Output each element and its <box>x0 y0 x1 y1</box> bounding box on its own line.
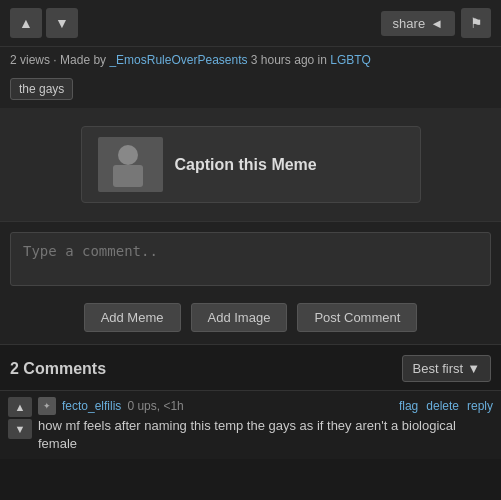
author-link[interactable]: _EmosRuleOverPeasents <box>109 53 247 67</box>
comment-stats: 0 ups, <1h <box>127 399 183 413</box>
comments-header: 2 Comments Best first ▼ <box>0 344 501 390</box>
comment-username[interactable]: fecto_elfilis <box>62 399 121 413</box>
views-count: 2 views <box>10 53 50 67</box>
flag-button-top[interactable]: ⚑ <box>461 8 491 38</box>
category-link[interactable]: LGBTQ <box>330 53 371 67</box>
post-comment-button[interactable]: Post Comment <box>297 303 417 332</box>
upvote-button[interactable]: ▲ <box>10 8 42 38</box>
meme-title: Caption this Meme <box>175 156 317 174</box>
comment-actions: flag delete reply <box>399 399 493 413</box>
tag-the-gays[interactable]: the gays <box>10 78 73 100</box>
add-meme-button[interactable]: Add Meme <box>84 303 181 332</box>
meme-preview-area: Caption this Meme <box>0 108 501 221</box>
comment-downvote-button[interactable]: ▼ <box>8 419 32 439</box>
top-bar: ▲ ▼ share ◄ ⚑ <box>0 0 501 46</box>
sort-button[interactable]: Best first ▼ <box>402 355 491 382</box>
comment-row: ▲ ▼ ✦ fecto_elfilis 0 ups, <1h flag dele… <box>0 390 501 459</box>
share-button[interactable]: share ◄ <box>381 11 455 36</box>
share-label: share <box>393 16 426 31</box>
sort-label: Best first <box>413 361 464 376</box>
comment-input-area <box>0 221 501 295</box>
comment-input[interactable] <box>10 232 491 286</box>
made-by-label: Made by <box>60 53 106 67</box>
dot: · <box>53 53 56 67</box>
share-icon: ◄ <box>430 16 443 31</box>
meta-row: 2 views · Made by _EmosRuleOverPeasents … <box>0 46 501 73</box>
comment-text: how mf feels after naming this temp the … <box>38 417 493 453</box>
comment-flag-link[interactable]: flag <box>399 399 418 413</box>
comment-upvote-button[interactable]: ▲ <box>8 397 32 417</box>
add-image-button[interactable]: Add Image <box>191 303 288 332</box>
meme-card[interactable]: Caption this Meme <box>81 126 421 203</box>
vote-buttons: ▲ ▼ <box>10 8 78 38</box>
meme-thumbnail <box>98 137 163 192</box>
downvote-button[interactable]: ▼ <box>46 8 78 38</box>
comment-body: ✦ fecto_elfilis 0 ups, <1h flag delete r… <box>38 397 493 453</box>
sort-arrow-icon: ▼ <box>467 361 480 376</box>
action-buttons: Add Meme Add Image Post Comment <box>0 295 501 344</box>
comments-count: 2 Comments <box>10 360 106 378</box>
top-right-actions: share ◄ ⚑ <box>381 8 491 38</box>
tag-row: the gays <box>0 73 501 108</box>
comment-delete-link[interactable]: delete <box>426 399 459 413</box>
comment-vote-col: ▲ ▼ <box>8 397 32 439</box>
user-avatar: ✦ <box>38 397 56 415</box>
comment-reply-link[interactable]: reply <box>467 399 493 413</box>
time-label: 3 hours ago in <box>251 53 327 67</box>
comment-user-row: ✦ fecto_elfilis 0 ups, <1h flag delete r… <box>38 397 493 415</box>
